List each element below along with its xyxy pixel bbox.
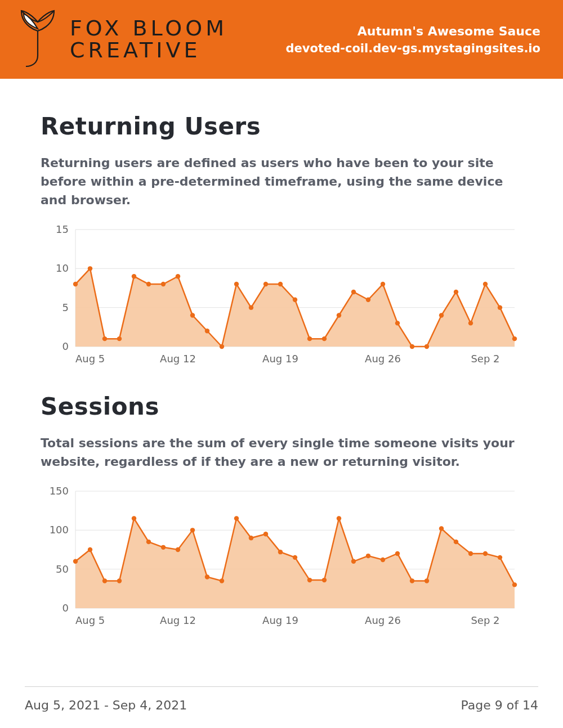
svg-point-10 bbox=[88, 266, 92, 271]
brand-line-1: FOX BLOOM bbox=[70, 17, 227, 39]
svg-point-22 bbox=[263, 282, 268, 286]
svg-point-68 bbox=[278, 550, 283, 554]
svg-point-62 bbox=[190, 528, 195, 532]
svg-point-37 bbox=[483, 282, 488, 286]
svg-point-11 bbox=[102, 336, 107, 341]
svg-point-17 bbox=[190, 313, 195, 317]
svg-text:15: 15 bbox=[56, 223, 69, 235]
footer-date-range: Aug 5, 2021 - Sep 4, 2021 bbox=[25, 698, 187, 712]
svg-point-15 bbox=[161, 282, 166, 286]
svg-point-80 bbox=[454, 540, 458, 544]
svg-point-56 bbox=[102, 578, 107, 583]
svg-point-84 bbox=[512, 582, 517, 587]
svg-point-57 bbox=[117, 578, 122, 583]
header-client-info: Autumn's Awesome Sauce devoted-coil.dev-… bbox=[286, 24, 540, 55]
svg-point-78 bbox=[425, 578, 429, 583]
svg-point-74 bbox=[366, 554, 370, 558]
sessions-chart: 050100150Aug 5Aug 12Aug 19Aug 26Sep 2 bbox=[41, 483, 525, 630]
sessions-desc: Total sessions are the sum of every sing… bbox=[41, 434, 522, 471]
svg-point-63 bbox=[205, 574, 209, 579]
svg-point-73 bbox=[351, 559, 356, 564]
svg-text:100: 100 bbox=[50, 524, 69, 536]
report-body: Returning Users Returning users are defi… bbox=[0, 79, 563, 630]
svg-point-16 bbox=[176, 274, 180, 278]
svg-point-32 bbox=[410, 344, 414, 349]
svg-point-34 bbox=[439, 313, 444, 317]
svg-text:150: 150 bbox=[50, 485, 69, 497]
svg-point-82 bbox=[483, 551, 488, 556]
svg-text:Sep 2: Sep 2 bbox=[471, 353, 499, 365]
returning-users-title: Returning Users bbox=[41, 113, 522, 140]
svg-text:Aug 26: Aug 26 bbox=[365, 353, 401, 365]
svg-point-31 bbox=[395, 321, 400, 325]
svg-point-70 bbox=[307, 578, 312, 582]
svg-point-60 bbox=[161, 545, 166, 550]
svg-point-33 bbox=[425, 344, 429, 349]
svg-point-66 bbox=[249, 536, 253, 540]
report-header: FOX BLOOM CREATIVE Autumn's Awesome Sauc… bbox=[0, 0, 563, 79]
svg-point-81 bbox=[468, 551, 473, 556]
svg-point-55 bbox=[88, 547, 92, 552]
svg-point-24 bbox=[293, 298, 297, 302]
svg-point-54 bbox=[73, 559, 78, 564]
svg-text:Aug 19: Aug 19 bbox=[262, 614, 298, 626]
svg-text:10: 10 bbox=[56, 262, 69, 274]
svg-point-65 bbox=[234, 516, 239, 520]
svg-text:Aug 12: Aug 12 bbox=[160, 614, 196, 626]
svg-text:Aug 5: Aug 5 bbox=[75, 353, 105, 365]
svg-text:0: 0 bbox=[62, 602, 69, 614]
svg-point-58 bbox=[132, 516, 136, 520]
svg-text:Aug 26: Aug 26 bbox=[365, 614, 401, 626]
svg-point-25 bbox=[307, 336, 312, 341]
svg-point-38 bbox=[498, 305, 502, 309]
returning-users-chart: 051015Aug 5Aug 12Aug 19Aug 26Sep 2 bbox=[41, 222, 525, 368]
client-domain: devoted-coil.dev-gs.mystagingsites.io bbox=[286, 42, 540, 55]
svg-point-72 bbox=[337, 516, 341, 520]
svg-text:Aug 5: Aug 5 bbox=[75, 614, 105, 626]
svg-point-77 bbox=[410, 578, 414, 583]
svg-point-19 bbox=[220, 344, 224, 349]
client-name: Autumn's Awesome Sauce bbox=[286, 24, 540, 38]
sessions-title: Sessions bbox=[41, 393, 522, 420]
svg-point-27 bbox=[337, 313, 341, 317]
svg-text:50: 50 bbox=[56, 563, 69, 575]
svg-text:5: 5 bbox=[62, 302, 69, 313]
svg-point-18 bbox=[205, 329, 209, 333]
svg-point-29 bbox=[366, 298, 370, 302]
svg-point-14 bbox=[146, 282, 151, 286]
svg-point-20 bbox=[234, 282, 239, 286]
brand-line-2: CREATIVE bbox=[70, 39, 227, 61]
svg-point-61 bbox=[176, 547, 180, 552]
svg-point-13 bbox=[132, 274, 136, 278]
svg-text:Aug 12: Aug 12 bbox=[160, 353, 196, 365]
svg-point-9 bbox=[73, 282, 78, 286]
footer-page-number: Page 9 of 14 bbox=[461, 698, 538, 712]
svg-point-75 bbox=[381, 558, 385, 562]
svg-point-64 bbox=[220, 578, 224, 583]
svg-point-79 bbox=[439, 526, 444, 531]
svg-point-30 bbox=[381, 282, 385, 286]
svg-point-12 bbox=[117, 336, 122, 341]
svg-text:Sep 2: Sep 2 bbox=[471, 614, 499, 626]
svg-point-21 bbox=[249, 305, 253, 309]
svg-point-76 bbox=[395, 551, 400, 556]
svg-text:Aug 19: Aug 19 bbox=[262, 353, 298, 365]
svg-point-39 bbox=[512, 336, 517, 341]
report-footer: Aug 5, 2021 - Sep 4, 2021 Page 9 of 14 bbox=[25, 686, 538, 712]
brand-name: FOX BLOOM CREATIVE bbox=[70, 17, 227, 61]
svg-point-71 bbox=[322, 578, 327, 582]
svg-point-28 bbox=[351, 290, 356, 294]
brand-block: FOX BLOOM CREATIVE bbox=[16, 7, 227, 71]
returning-users-desc: Returning users are defined as users who… bbox=[41, 154, 522, 209]
svg-point-69 bbox=[293, 555, 297, 560]
svg-point-36 bbox=[468, 321, 473, 325]
svg-point-26 bbox=[322, 336, 327, 341]
svg-text:0: 0 bbox=[62, 340, 69, 352]
svg-point-67 bbox=[263, 532, 268, 536]
svg-point-35 bbox=[454, 290, 458, 294]
svg-point-23 bbox=[278, 282, 283, 286]
tulip-logo-icon bbox=[16, 7, 60, 71]
svg-point-59 bbox=[146, 540, 151, 544]
svg-point-83 bbox=[498, 555, 502, 560]
